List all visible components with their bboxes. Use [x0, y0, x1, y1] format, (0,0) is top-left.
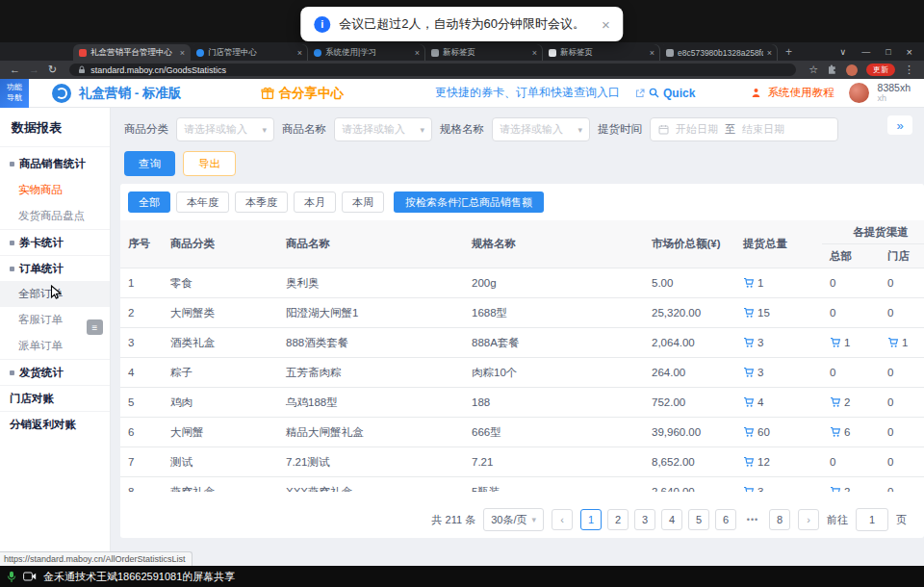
cell-no: 1: [120, 268, 163, 298]
range-tab-quarter[interactable]: 本季度: [235, 191, 288, 213]
export-button[interactable]: 导出: [183, 151, 236, 176]
chrome-update-chip[interactable]: 更新: [866, 64, 895, 76]
browser-tab-learning[interactable]: 系统使用|学习 ×: [308, 44, 425, 61]
address-bar[interactable]: standard.maboy.cn/GoodsStatistics: [69, 64, 796, 76]
cell-no: 5: [120, 388, 163, 418]
sidebar-collapse-handle[interactable]: ≡: [87, 319, 103, 335]
page-button-4[interactable]: 4: [661, 509, 682, 530]
col-store: 门店: [880, 244, 924, 268]
category-select[interactable]: 请选择或输入 ▾: [176, 117, 274, 141]
table-row: 1零食奥利奥200g5.00100: [120, 268, 924, 298]
tab-favicon: [431, 49, 439, 57]
table-row: 7测试7.21测试7.218,652.001200: [120, 447, 924, 477]
page-ellipsis[interactable]: •••: [742, 509, 763, 530]
tab-list-chevron-icon[interactable]: ∨: [840, 47, 847, 57]
range-tab-year[interactable]: 本年度: [176, 191, 229, 213]
new-tab-button[interactable]: +: [785, 45, 792, 59]
reload-button[interactable]: ↻: [48, 64, 57, 75]
category-placeholder: 请选择或输入: [184, 122, 247, 137]
page-button-8[interactable]: 8: [769, 509, 790, 530]
filter-bar: 商品分类 请选择或输入 ▾ 商品名称 请选择或输入 ▾ 规格名称 请选择或输入 …: [111, 108, 924, 141]
goods-name-label: 商品名称: [282, 122, 326, 137]
next-page-button[interactable]: ›: [798, 509, 819, 530]
cell-hq: 2: [822, 388, 880, 418]
sidebar-section-goods-sales-stats[interactable]: 商品销售统计: [0, 151, 110, 177]
username: 8385xh: [878, 82, 911, 93]
page-size-value: 30条/页: [491, 513, 526, 527]
bookmark-star-icon[interactable]: ☆: [808, 64, 818, 75]
window-maximize-button[interactable]: □: [886, 47, 890, 57]
cell-no: 6: [120, 418, 163, 447]
tutorial-link[interactable]: 系统使用教程: [768, 86, 834, 100]
tab-close-icon[interactable]: ×: [180, 48, 185, 58]
table-row: 8燕窝礼盒XXX燕窝礼盒5瓶装2,640.00320: [120, 477, 924, 493]
page-button-2[interactable]: 2: [607, 509, 629, 530]
start-date-placeholder: 开始日期: [676, 122, 718, 137]
tab-close-icon[interactable]: ×: [415, 48, 420, 58]
page-button-6[interactable]: 6: [715, 509, 736, 530]
function-nav-block[interactable]: 功能导航: [0, 79, 29, 108]
browser-tab-store-admin[interactable]: 门店管理中心 ×: [191, 44, 308, 61]
pickup-count-icon: [743, 456, 755, 468]
page-button-1[interactable]: 1: [580, 509, 602, 530]
browser-tab-5[interactable]: 新标签页 ×: [543, 44, 660, 61]
browser-tab-4[interactable]: 新标签页 ×: [425, 44, 543, 61]
window-minimize-button[interactable]: —: [861, 47, 870, 57]
cell-hq: 0: [822, 358, 880, 388]
sidebar-item-shipment-inventory[interactable]: 发货商品盘点: [0, 203, 110, 229]
goto-page-input[interactable]: 1: [856, 508, 888, 531]
cell-qty: 12: [735, 447, 822, 477]
range-tab-all[interactable]: 全部: [128, 191, 170, 213]
sidebar-section-order-stats[interactable]: 订单统计: [0, 255, 110, 281]
tab-close-icon[interactable]: ×: [767, 48, 772, 58]
chevron-down-icon: ▾: [420, 125, 424, 135]
back-button[interactable]: ←: [10, 64, 20, 75]
collapse-filters-button[interactable]: »: [887, 115, 912, 135]
browser-profile-avatar[interactable]: [846, 64, 858, 76]
goods-name-select[interactable]: 请选择或输入 ▾: [334, 117, 432, 141]
pagination: 共 211 条 30条/页 ▾ ‹ 123456•••8 › 前往 1 页: [120, 508, 907, 531]
range-tab-month[interactable]: 本月: [294, 191, 336, 213]
cell-category: 测试: [163, 447, 278, 477]
browser-tab-gift-admin[interactable]: 礼盒营销平台管理中心 ×: [73, 44, 191, 61]
cell-amount: 2,640.00: [644, 477, 735, 493]
cell-amount: 8,652.00: [644, 447, 735, 477]
user-info[interactable]: 8385xh xh: [878, 82, 911, 103]
tab-close-icon[interactable]: ×: [532, 48, 537, 58]
microphone-icon[interactable]: [7, 571, 16, 583]
pickup-count-icon: [743, 426, 755, 438]
extensions-icon[interactable]: [827, 64, 837, 75]
tab-close-icon[interactable]: ×: [297, 48, 302, 58]
sidebar-item-rebate-reconciliation[interactable]: 分销返利对账: [0, 411, 110, 437]
forward-button[interactable]: →: [29, 64, 39, 75]
range-tab-week[interactable]: 本周: [342, 191, 384, 213]
prev-page-button[interactable]: ‹: [552, 509, 573, 530]
browser-tab-6[interactable]: e8c573980b1328a258fd2e6f ×: [660, 44, 778, 61]
tab-close-icon[interactable]: ×: [650, 48, 654, 58]
sidebar-section-shipping-stats[interactable]: 发货统计: [0, 359, 110, 385]
share-center-link[interactable]: 合分享中心: [279, 85, 345, 102]
camera-icon[interactable]: [23, 572, 37, 581]
sidebar-item-store-reconciliation[interactable]: 门店对账: [0, 385, 110, 411]
window-close-button[interactable]: ×: [907, 46, 912, 58]
spec-select[interactable]: 请选择或输入 ▾: [492, 117, 590, 141]
page-button-3[interactable]: 3: [634, 509, 655, 530]
cell-no: 7: [120, 447, 163, 477]
pickup-date-range[interactable]: 开始日期 至 结束日期: [650, 117, 838, 141]
summary-by-criteria-button[interactable]: 按检索条件汇总商品销售额: [394, 191, 544, 213]
sidebar-section-card-stats[interactable]: 券卡统计: [0, 229, 110, 255]
quick-search-link[interactable]: Quick: [635, 87, 695, 100]
sidebar-item-dispatch-orders[interactable]: 派单订单: [0, 333, 110, 359]
user-avatar[interactable]: [849, 83, 869, 103]
page-button-5[interactable]: 5: [688, 509, 709, 530]
cell-category: 燕窝礼盒: [163, 477, 278, 493]
cell-name: XXX燕窝礼盒: [278, 477, 464, 493]
toast-close-icon[interactable]: ×: [602, 16, 610, 33]
sidebar-item-physical-goods[interactable]: 实物商品: [0, 177, 110, 203]
page-size-select[interactable]: 30条/页 ▾: [483, 508, 544, 531]
search-button[interactable]: 查询: [124, 151, 175, 176]
category-label: 商品分类: [124, 122, 168, 137]
browser-menu-icon[interactable]: ⋮: [904, 64, 914, 75]
gift-icon: [261, 87, 274, 100]
cell-no: 2: [120, 298, 163, 328]
